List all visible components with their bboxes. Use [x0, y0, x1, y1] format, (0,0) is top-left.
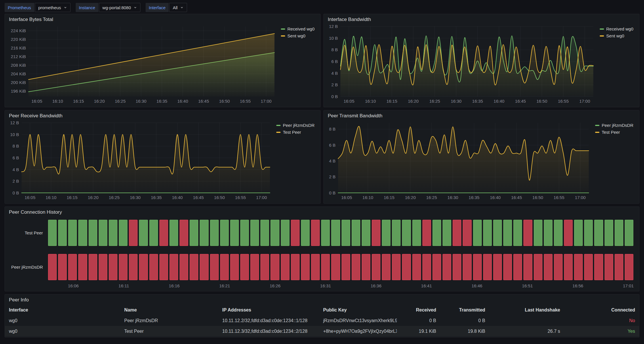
legend-item[interactable]: Test Peer — [595, 130, 633, 135]
peer-transmit-bandwidth-chart[interactable]: 0 B2 B4 B6 B8 B16:0516:1016:1516:2016:25… — [325, 119, 592, 202]
peer-receive-bandwidth-chart[interactable]: 0 B2 B4 B6 B8 B10 B12 B16:0516:1016:1516… — [7, 119, 273, 202]
variable-prometheus-value[interactable]: prometheus — [35, 3, 71, 12]
panel-title-peer-transmit-bandwidth[interactable]: Peer Transmit Bandwidth — [324, 110, 639, 119]
panel-title-interface-bandwidth[interactable]: Interface Bandwidth — [324, 14, 639, 23]
status-bar-disconnected — [392, 254, 401, 280]
variable-prometheus-selected: prometheus — [38, 5, 61, 10]
svg-text:4 B: 4 B — [329, 159, 336, 164]
status-bar-connected — [625, 220, 633, 246]
svg-text:16:20: 16:20 — [405, 195, 416, 200]
status-bar-connected — [68, 220, 77, 246]
svg-text:212 KiB: 212 KiB — [11, 54, 26, 59]
status-axis-label: 16:11 — [119, 283, 129, 288]
svg-text:16:45: 16:45 — [511, 195, 522, 200]
variable-interface-value[interactable]: All — [169, 3, 187, 12]
status-bar-connected — [342, 220, 350, 246]
status-bar-disconnected — [291, 254, 300, 280]
svg-text:16:35: 16:35 — [472, 99, 483, 104]
variable-interface: Interface All — [146, 3, 187, 12]
legend-item[interactable]: Received wg0 — [600, 26, 633, 31]
interface-bandwidth-chart[interactable]: 0 B2 B4 B6 B8 B10 B12 B16:0516:1016:1516… — [325, 23, 596, 105]
interface-bytes-total-chart[interactable]: 196 KiB200 KiB204 KiB208 KiB212 KiB216 K… — [7, 23, 277, 105]
status-bar-disconnected — [402, 254, 411, 280]
panel-title-peer-receive-bandwidth[interactable]: Peer Receive Bandwidth — [5, 110, 320, 119]
status-bar-disconnected — [625, 254, 633, 280]
status-bars[interactable] — [48, 220, 633, 246]
column-header-name[interactable]: Name — [120, 307, 218, 313]
svg-text:16:25: 16:25 — [109, 195, 120, 200]
chart-legend: Received wg0Sent wg0 — [277, 23, 318, 105]
status-bar-disconnected — [584, 254, 593, 280]
table-row: wg0Test Peer10.11.12.3/32,fdfd:d3ad:c0de… — [5, 326, 639, 337]
chevron-down-icon — [180, 6, 184, 9]
legend-item[interactable]: Sent wg0 — [281, 33, 315, 38]
column-header-public-key[interactable]: Public Key — [319, 307, 397, 313]
panel-title-peer-info[interactable]: Peer Info — [5, 295, 639, 303]
svg-text:16:35: 16:35 — [151, 195, 162, 200]
panel-title-interface-bytes-total[interactable]: Interface Bytes Total — [5, 14, 320, 23]
column-header-interface[interactable]: Interface — [5, 307, 120, 313]
status-bar-connected — [392, 220, 401, 246]
status-bar-connected — [220, 220, 229, 246]
legend-item[interactable]: Sent wg0 — [600, 33, 633, 38]
legend-item[interactable]: Received wg0 — [281, 26, 315, 31]
column-header-received[interactable]: Received — [397, 307, 440, 313]
status-bar-disconnected — [372, 254, 380, 280]
legend-item[interactable]: Test Peer — [276, 130, 315, 135]
panel-interface-bytes-total: Interface Bytes Total 196 KiB200 KiB204 … — [5, 14, 321, 107]
status-xaxis: 16:0616:1116:1616:2116:2616:3116:3616:41… — [5, 282, 633, 290]
svg-text:0 B: 0 B — [329, 190, 336, 195]
status-bar-connected — [250, 220, 259, 246]
variable-interface-label: Interface — [146, 3, 169, 12]
status-bars[interactable] — [48, 254, 633, 280]
column-header-last-handshake[interactable]: Last Handshake — [489, 307, 564, 313]
svg-text:6 B: 6 B — [329, 143, 336, 148]
status-bar-connected — [574, 220, 583, 246]
svg-text:16:40: 16:40 — [172, 195, 183, 200]
status-bar-connected — [321, 220, 330, 246]
table-body: wg0Peer jRzmDsDR10.11.12.2/32,fdfd:d3ad:… — [5, 315, 639, 337]
column-header-connected[interactable]: Connected — [564, 307, 639, 313]
panel-peer-connection-history: Peer Connection History Test PeerPeer jR… — [5, 207, 639, 291]
status-axis-label: 16:26 — [270, 283, 281, 288]
status-bar-disconnected — [342, 254, 350, 280]
variable-instance-value[interactable]: wg-portal:8080 — [99, 3, 140, 12]
status-bar-disconnected — [119, 254, 127, 280]
status-bar-connected — [230, 220, 239, 246]
table-cell-connected: Yes — [564, 329, 639, 334]
legend-series-label: Peer jRzmDsDR — [602, 123, 633, 128]
status-bar-disconnected — [78, 254, 87, 280]
status-bar-connected — [78, 220, 87, 246]
chart-legend: Received wg0Sent wg0 — [596, 23, 637, 105]
status-bar-disconnected — [291, 220, 300, 246]
svg-text:16:55: 16:55 — [240, 99, 251, 104]
status-axis-label: 16:21 — [219, 283, 230, 288]
legend-series-label: Peer jRzmDsDR — [283, 123, 315, 128]
dashboard-toolbar: Prometheus prometheus Instance wg-portal… — [0, 0, 644, 13]
legend-item[interactable]: Peer jRzmDsDR — [276, 123, 315, 128]
svg-text:16:45: 16:45 — [515, 99, 526, 104]
column-header-ip-addresses[interactable]: IP Addresses — [218, 307, 319, 313]
legend-item[interactable]: Peer jRzmDsDR — [595, 123, 633, 128]
status-bar-connected — [554, 220, 563, 246]
status-bar-disconnected — [149, 254, 158, 280]
panel-peer-info: Peer Info InterfaceNameIP AddressesPubli… — [5, 294, 639, 337]
table-cell-name: Test Peer — [120, 329, 218, 334]
status-bar-connected — [58, 220, 67, 246]
svg-text:208 KiB: 208 KiB — [11, 63, 26, 68]
column-header-transmitted[interactable]: Transmitted — [440, 307, 489, 313]
table-cell-ip-addresses: 10.11.12.3/32,fdfd:d3ad:c0de:1234::2/128 — [218, 329, 319, 334]
svg-text:220 KiB: 220 KiB — [11, 37, 26, 42]
status-bar-connected — [503, 220, 512, 246]
status-axis-label: 16:46 — [472, 283, 483, 288]
variable-instance-selected: wg-portal:8080 — [102, 5, 131, 10]
panel-title-peer-connection-history[interactable]: Peer Connection History — [5, 207, 639, 216]
status-bar-connected — [89, 220, 97, 246]
status-bar-connected — [301, 220, 310, 246]
status-bar-connected — [544, 220, 552, 246]
status-axis-label: 17:01 — [623, 283, 634, 288]
svg-text:8 B: 8 B — [329, 127, 336, 132]
legend-series-swatch — [281, 35, 285, 37]
status-row-label: Test Peer — [5, 220, 48, 246]
svg-text:16:10: 16:10 — [363, 195, 374, 200]
